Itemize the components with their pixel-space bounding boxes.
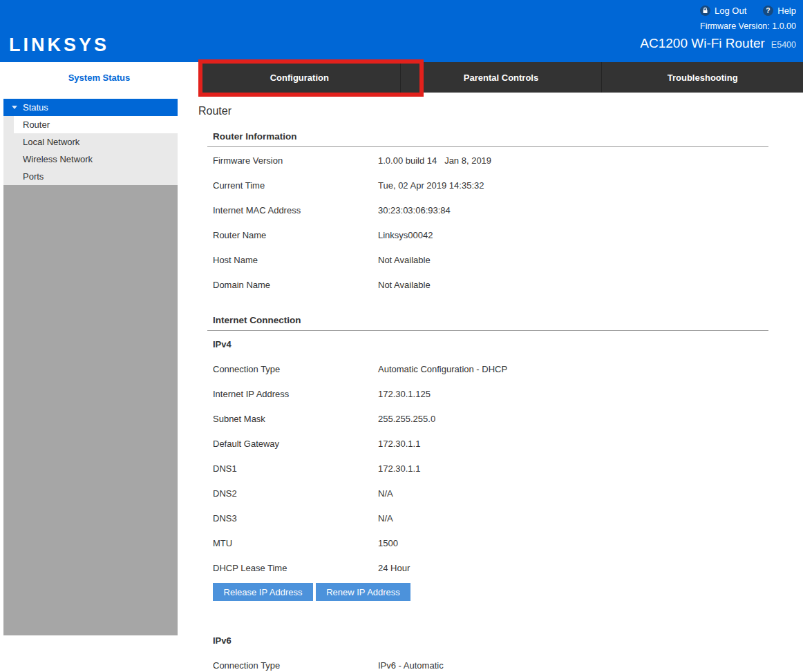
renew-ip-button[interactable]: Renew IP Address (316, 583, 410, 601)
sidebar-item-local-network[interactable]: Local Network (3, 133, 178, 151)
chevron-down-icon (12, 106, 17, 109)
lock-icon (700, 6, 710, 16)
sidebar-menu: Router Local Network Wireless Network Po… (3, 116, 178, 185)
logout-label: Log Out (715, 6, 746, 16)
product-name: AC1200 Wi-Fi Router (640, 36, 765, 51)
section-router-information: Router Information Firmware Version 1.0.… (207, 131, 768, 290)
help-button[interactable]: ? Help (763, 6, 796, 16)
sidebar-group-label: Status (23, 102, 48, 113)
field-value: IPv6 - Automatic (378, 660, 444, 671)
field-value: 24 Hour (378, 563, 410, 573)
ipv6-subheading: IPv6 (213, 635, 768, 646)
field-label: Connection Type (213, 660, 378, 671)
field-label: Default Gateway (213, 439, 378, 449)
sidebar-item-wireless-network[interactable]: Wireless Network (3, 151, 178, 168)
field-label: DNS2 (213, 488, 378, 499)
tab-parental-controls[interactable]: Parental Controls (400, 62, 602, 93)
info-row: Internet IP Address 172.30.1.125 (207, 389, 768, 399)
dark-tab-group: Configuration Parental Controls Troubles… (198, 62, 803, 93)
field-label: Subnet Mask (213, 414, 378, 424)
field-value: Linksys00042 (378, 230, 433, 240)
question-mark-icon: ? (763, 6, 773, 16)
svg-text:?: ? (766, 7, 771, 15)
model-number: E5400 (771, 40, 796, 50)
page-title: Router (198, 105, 779, 117)
info-row: DHCP Lease Time 24 Hour (207, 563, 768, 573)
internet-connection-heading: Internet Connection (207, 315, 768, 331)
router-information-heading: Router Information (207, 131, 768, 147)
field-value: 1500 (378, 538, 398, 548)
info-row: DNS3 N/A (207, 513, 768, 524)
info-row: Current Time Tue, 02 Apr 2019 14:35:32 (207, 180, 768, 191)
release-ip-button[interactable]: Release IP Address (213, 583, 313, 601)
sidebar: Status Router Local Network Wireless Net… (3, 99, 178, 635)
info-row: DNS1 172.30.1.1 (207, 463, 768, 474)
field-value: 30:23:03:06:93:84 (378, 205, 451, 215)
field-label: Current Time (213, 180, 378, 191)
main-content: Router Router Information Firmware Versi… (198, 93, 779, 672)
sidebar-item-router[interactable]: Router (14, 116, 178, 133)
info-row: Default Gateway 172.30.1.1 (207, 439, 768, 449)
logout-button[interactable]: Log Out (700, 6, 746, 16)
field-label: Connection Type (213, 364, 378, 374)
tab-configuration[interactable]: Configuration (198, 62, 400, 93)
field-label: Internet IP Address (213, 389, 378, 399)
field-value: 1.0.00 build 14 Jan 8, 2019 (378, 155, 491, 166)
field-value: N/A (378, 513, 393, 524)
field-value: 172.30.1.125 (378, 389, 431, 399)
field-label: MTU (213, 538, 378, 548)
field-label: Host Name (213, 255, 378, 265)
info-row: Subnet Mask 255.255.255.0 (207, 414, 768, 424)
info-row: Connection Type Automatic Configuration … (207, 364, 768, 374)
field-label: Domain Name (213, 280, 378, 290)
router-admin-screen: LINKSYS Log Out (0, 0, 803, 672)
field-value: 255.255.255.0 (378, 414, 435, 424)
field-value: Automatic Configuration - DHCP (378, 364, 507, 374)
field-value: N/A (378, 488, 393, 499)
help-label: Help (777, 6, 796, 16)
ipv4-subheading: IPv4 (213, 339, 768, 349)
info-row: Firmware Version 1.0.00 build 14 Jan 8, … (207, 155, 768, 166)
info-row: Internet MAC Address 30:23:03:06:93:84 (207, 205, 768, 215)
sidebar-filler (3, 185, 178, 635)
tab-system-status[interactable]: System Status (0, 62, 198, 93)
field-value: Tue, 02 Apr 2019 14:35:32 (378, 180, 484, 191)
section-internet-connection: Internet Connection IPv4 Connection Type… (207, 315, 768, 672)
field-value: 172.30.1.1 (378, 463, 420, 474)
header-right: Log Out ? Help Firmware Version: 1.0.00 … (640, 6, 796, 51)
field-label: Router Name (213, 230, 378, 240)
ipv4-buttons: Release IP Address Renew IP Address (213, 583, 768, 601)
field-label: Firmware Version (213, 155, 378, 166)
info-row: Connection Type IPv6 - Automatic (207, 660, 768, 671)
tab-troubleshooting[interactable]: Troubleshooting (601, 62, 803, 93)
field-label: DNS3 (213, 513, 378, 524)
info-row: Router Name Linksys00042 (207, 230, 768, 240)
firmware-version-label: Firmware Version: 1.0.00 (640, 21, 796, 31)
field-label: DHCP Lease Time (213, 563, 378, 573)
info-row: Host Name Not Available (207, 255, 768, 265)
field-value: Not Available (378, 280, 431, 290)
sidebar-group-status[interactable]: Status (3, 99, 178, 116)
app-header: LINKSYS Log Out (0, 0, 803, 62)
field-label: DNS1 (213, 463, 378, 474)
info-row: MTU 1500 (207, 538, 768, 548)
info-row: Domain Name Not Available (207, 280, 768, 290)
info-row: DNS2 N/A (207, 488, 768, 499)
linksys-logo: LINKSYS (9, 35, 109, 56)
field-value: 172.30.1.1 (378, 439, 420, 449)
field-label: Internet MAC Address (213, 205, 378, 215)
sidebar-item-ports[interactable]: Ports (3, 168, 178, 185)
main-nav: System Status Configuration Parental Con… (0, 62, 803, 93)
field-value: Not Available (378, 255, 431, 265)
